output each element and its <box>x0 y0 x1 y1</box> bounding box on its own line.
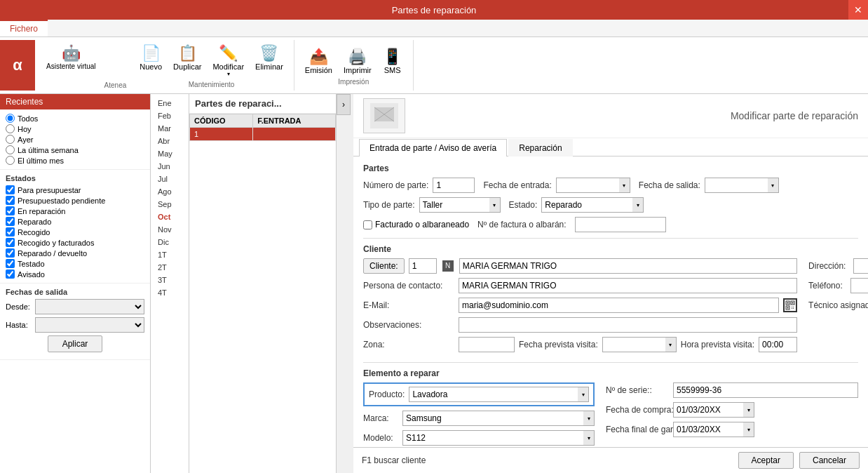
aceptar-button[interactable]: Aceptar <box>738 452 794 469</box>
fecha-compra-input[interactable] <box>673 402 743 418</box>
month-jul[interactable]: Jul <box>151 173 189 185</box>
cb-recogido-facturados[interactable]: Recogido y facturados <box>6 238 144 247</box>
cancelar-button[interactable]: Cancelar <box>799 452 860 469</box>
month-nov[interactable]: Nov <box>151 223 189 236</box>
cb-reparado[interactable]: Reparado <box>6 217 144 226</box>
numero-de-parte-input[interactable] <box>433 178 475 193</box>
main-container: Fichero α 🤖 Asistente virtual Atenea <box>0 20 868 473</box>
imprimir-button[interactable]: 🖨️ Imprimir <box>339 46 377 78</box>
estado-input[interactable] <box>541 197 632 213</box>
cliente-id-input[interactable] <box>409 258 437 274</box>
n-factura-input[interactable] <box>575 217 666 232</box>
fecha-prevista-visita-input[interactable] <box>602 337 665 352</box>
fecha-entrada-arrow[interactable]: ▾ <box>619 178 630 193</box>
facturado-checkbox[interactable] <box>363 220 372 229</box>
cb-recogido[interactable]: Recogido <box>6 227 144 236</box>
sms-button[interactable]: 📱 SMS <box>378 46 407 78</box>
expand-arrow[interactable]: › <box>337 94 351 115</box>
radio-semana-label: La última semana <box>18 146 79 154</box>
bottom-buttons: Aceptar Cancelar <box>738 452 860 469</box>
asistente-button[interactable]: 🤖 Asistente virtual <box>41 40 102 91</box>
modificar-button[interactable]: ✏️ Modificar <box>208 42 249 81</box>
desde-label: Desde: <box>6 302 32 311</box>
logo-area: α <box>0 40 35 91</box>
cb-reparado-devuelto[interactable]: Reparado / devuelto <box>6 248 144 258</box>
month-dic[interactable]: Dic <box>151 236 189 248</box>
fecha-garantia-arrow[interactable]: ▾ <box>743 422 754 437</box>
cliente-button[interactable]: Cliente: <box>363 258 405 274</box>
duplicar-button[interactable]: 📋 Duplicar <box>168 42 206 81</box>
table-row[interactable]: 1 <box>190 128 336 141</box>
radio-todos[interactable]: Todos <box>6 114 144 123</box>
tipo-de-parte-arrow[interactable]: ▾ <box>489 197 501 213</box>
emision-button[interactable]: 📤 Emisión <box>300 46 337 78</box>
fecha-salida-arrow[interactable]: ▾ <box>768 178 779 193</box>
tipo-de-parte-input[interactable] <box>419 197 489 213</box>
radio-hoy[interactable]: Hoy <box>6 124 144 133</box>
fecha-compra-arrow[interactable]: ▾ <box>743 402 754 418</box>
svg-rect-8 <box>792 302 794 304</box>
cliente-name-input[interactable] <box>459 258 797 274</box>
producto-wrapper: ▾ <box>409 387 589 402</box>
fechas-salida-title: Fechas de salida <box>6 288 144 296</box>
telefono-input[interactable] <box>850 278 868 293</box>
month-oct[interactable]: Oct <box>151 211 189 223</box>
nserie-label: Nº de serie:: <box>606 385 669 395</box>
tab-fichero[interactable]: Fichero <box>0 20 48 36</box>
hasta-input[interactable] <box>35 317 144 333</box>
email-input[interactable] <box>459 298 779 313</box>
close-button[interactable]: ✕ <box>848 0 868 20</box>
observaciones-input[interactable] <box>459 317 797 333</box>
cb-avisado[interactable]: Avisado <box>6 269 144 279</box>
month-jun[interactable]: Jun <box>151 160 189 173</box>
modelo-input[interactable] <box>402 430 583 446</box>
aplicar-button[interactable]: Aplicar <box>48 335 103 352</box>
month-ene[interactable]: Ene <box>151 97 189 109</box>
radio-ayer[interactable]: Ayer <box>6 135 144 144</box>
estado-arrow[interactable]: ▾ <box>632 197 644 213</box>
month-mar[interactable]: Mar <box>151 122 189 135</box>
window-title: Partes de reparación <box>392 5 477 15</box>
marca-input[interactable] <box>402 411 583 426</box>
month-may[interactable]: May <box>151 147 189 160</box>
cb-en-reparacion[interactable]: En reparación <box>6 206 144 215</box>
cb-para-presupuestar[interactable]: Para presupuestar <box>6 185 144 194</box>
month-1t[interactable]: 1T <box>151 248 189 261</box>
month-feb[interactable]: Feb <box>151 109 189 122</box>
fecha-prevista-visita-arrow[interactable]: ▾ <box>665 337 677 352</box>
facturado-checkbox-label[interactable]: Facturado o albaraneado <box>363 220 469 229</box>
elemento-section-title: Elemento a reparar <box>363 368 858 378</box>
svg-rect-10 <box>792 307 792 307</box>
fecha-salida-input[interactable] <box>705 178 768 193</box>
nserie-input[interactable] <box>673 382 858 398</box>
month-4t[interactable]: 4T <box>151 286 189 299</box>
month-3t[interactable]: 3T <box>151 274 189 286</box>
modelo-arrow[interactable]: ▾ <box>583 430 595 446</box>
cb-presupuestado-pendiente[interactable]: Presupuestado pendiente <box>6 196 144 205</box>
month-sep[interactable]: Sep <box>151 198 189 211</box>
eliminar-button[interactable]: 🗑️ Eliminar <box>250 42 288 81</box>
hora-prevista-visita-input[interactable] <box>759 337 797 352</box>
nuevo-button[interactable]: 📄 Nuevo <box>135 42 167 81</box>
atenea-label: Atenea <box>104 81 127 89</box>
zona-input[interactable] <box>459 337 515 352</box>
tab-reparacion[interactable]: Reparación <box>508 139 572 156</box>
month-ago[interactable]: Ago <box>151 185 189 198</box>
qr-icon[interactable] <box>783 298 797 312</box>
producto-arrow[interactable]: ▾ <box>578 387 589 402</box>
tab-entrada-parte[interactable]: Entrada de parte / Aviso de avería <box>359 139 507 156</box>
fecha-entrada-input[interactable] <box>556 178 619 193</box>
month-2t[interactable]: 2T <box>151 261 189 274</box>
producto-input[interactable] <box>409 387 578 402</box>
direccion-input[interactable] <box>853 258 868 274</box>
direccion-wrapper: ▾ <box>853 258 868 274</box>
radio-semana[interactable]: La última semana <box>6 145 144 154</box>
desde-input[interactable] <box>35 299 144 314</box>
persona-contacto-input[interactable] <box>459 278 797 293</box>
imprimir-label: Imprimir <box>344 66 372 74</box>
fecha-garantia-input[interactable] <box>673 422 743 437</box>
month-abr[interactable]: Abr <box>151 135 189 147</box>
cb-testado[interactable]: Testado <box>6 259 144 268</box>
radio-mes[interactable]: El último mes <box>6 156 144 165</box>
marca-arrow[interactable]: ▾ <box>583 411 595 426</box>
